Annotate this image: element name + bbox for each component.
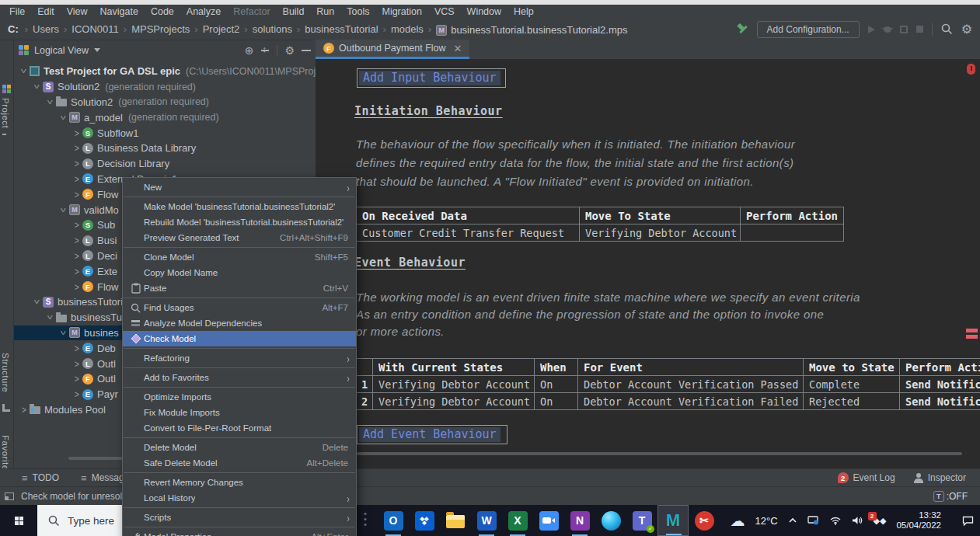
chevron-right-icon[interactable]: > xyxy=(19,404,30,415)
chevron-right-icon[interactable]: > xyxy=(71,158,82,169)
chevron-right-icon[interactable]: > xyxy=(71,127,82,138)
view-selector[interactable]: Logical View xyxy=(34,45,89,56)
taskbar-icon-outlook[interactable]: O xyxy=(378,505,409,536)
menubar-item-file[interactable]: File xyxy=(3,6,31,17)
table-cell[interactable]: 1 xyxy=(357,376,373,393)
menu-item-revert-memory-changes[interactable]: Revert Memory Changes xyxy=(123,475,356,490)
tree-row-decision-library[interactable]: >LDecision Library xyxy=(14,156,316,172)
chevron-down-icon[interactable]: > xyxy=(45,96,56,107)
project-tool-icon[interactable] xyxy=(2,85,11,93)
chevron-down-icon[interactable]: > xyxy=(58,112,69,123)
menubar-item-analyze[interactable]: Analyze xyxy=(180,6,227,17)
table-cell[interactable]: Complete xyxy=(804,376,900,393)
chevron-down-icon[interactable]: > xyxy=(58,327,69,338)
tray-chevron-up-icon[interactable] xyxy=(788,517,797,524)
table-cell[interactable]: Verifying Debtor Account xyxy=(373,393,535,410)
chevron-right-icon[interactable]: > xyxy=(71,220,82,231)
hide-panel-icon[interactable] xyxy=(302,50,311,51)
chevron-right-icon[interactable]: > xyxy=(71,281,82,292)
menu-item-optimize-imports[interactable]: Optimize Imports xyxy=(123,389,356,405)
tab-outbound-payment-flow[interactable]: F Outbound Payment Flow ✕ xyxy=(316,40,469,59)
menu-item-delete-model[interactable]: Delete ModelDelete xyxy=(123,440,356,455)
add-configuration-button[interactable]: Add Configuration... xyxy=(757,21,860,38)
chevron-right-icon[interactable]: > xyxy=(71,266,82,277)
menu-item-safe-delete-model[interactable]: Safe Delete ModelAlt+Delete xyxy=(123,455,356,471)
display-cast-icon[interactable] xyxy=(807,516,819,525)
table-header-cell[interactable]: For Event xyxy=(578,359,804,376)
settings-gear-icon[interactable]: ⚙ xyxy=(961,23,972,36)
chevron-right-icon[interactable]: > xyxy=(71,250,82,261)
table-header-cell[interactable]: Move To State xyxy=(580,207,741,224)
tree-row-solution2[interactable]: >Solution2(generation required) xyxy=(14,95,316,110)
add-event-behaviour-button[interactable]: Add Event Behaviour xyxy=(357,425,507,444)
tree-row-business-data-library[interactable]: >LBusiness Data Library xyxy=(14,141,316,156)
table-cell[interactable]: Send Notific xyxy=(900,376,980,393)
tab-todo[interactable]: ≡ TODO xyxy=(22,472,59,484)
table-cell[interactable]: Verifying Debtor Account xyxy=(580,224,741,242)
menubar-item-migration[interactable]: Migration xyxy=(375,6,427,17)
menubar-item-vcs[interactable]: VCS xyxy=(428,6,461,17)
menu-item-check-model[interactable]: Check Model xyxy=(123,331,356,346)
tree-row-subflow1[interactable]: >SSubflow1 xyxy=(14,125,316,141)
windows-start-button[interactable] xyxy=(0,505,37,536)
menu-item-analyze-model-dependencies[interactable]: Analyze Model Dependencies xyxy=(123,315,356,331)
menubar-item-view[interactable]: View xyxy=(61,6,94,17)
menu-item-scripts[interactable]: Scripts› xyxy=(123,510,356,525)
table-header-cell[interactable]: Perform Acti xyxy=(900,359,980,376)
taskbar-icon-teams[interactable]: T✓ xyxy=(626,505,657,536)
table-cell[interactable]: 2 xyxy=(357,393,373,410)
table-header-cell[interactable]: Move to State xyxy=(804,359,900,376)
panel-settings-gear-icon[interactable]: ⚙ xyxy=(284,45,295,56)
breadcrumb-drive[interactable]: C: xyxy=(8,23,19,35)
make-project-icon[interactable] xyxy=(736,23,748,36)
taskbar-icon-word[interactable]: W xyxy=(471,505,502,536)
table-header-cell[interactable]: Perform Action xyxy=(741,207,844,224)
taskbar-icon-dropbox[interactable]: ◆◆◆ xyxy=(409,505,440,536)
menubar-item-navigate[interactable]: Navigate xyxy=(94,6,145,17)
clock[interactable]: 13:32 05/04/2022 xyxy=(896,510,941,531)
weather-cloud-icon[interactable]: ☁ xyxy=(730,512,745,530)
breadcrumb-item-businesstutorial[interactable]: businessTutorial xyxy=(305,23,378,35)
taskbar-icon-onenote[interactable]: N xyxy=(564,505,595,536)
tree-row-a-model[interactable]: >Ma_model(generation required) xyxy=(14,110,316,125)
run-icon[interactable] xyxy=(868,26,875,33)
chevron-right-icon[interactable]: > xyxy=(71,343,82,353)
chevron-right-icon[interactable]: > xyxy=(71,173,82,184)
menu-item-clone-model[interactable]: Clone ModelShift+F5 xyxy=(123,249,356,265)
menu-item-paste[interactable]: PasteCtrl+V xyxy=(123,280,356,296)
temperature-label[interactable]: 12°C xyxy=(755,515,777,527)
editor-horizontal-scrollbar[interactable] xyxy=(356,452,962,455)
chevron-right-icon[interactable]: > xyxy=(71,388,82,399)
table-cell[interactable]: Rejected xyxy=(804,393,900,410)
tree-row-test-project-for-ga-dsl-epic[interactable]: >Test Project for GA DSL epic(C:\Users\I… xyxy=(14,64,316,79)
menu-item-model-properties[interactable]: Model PropertiesAlt+Enter xyxy=(123,529,356,536)
menubar-item-edit[interactable]: Edit xyxy=(31,6,61,17)
menu-item-refactoring[interactable]: Refactoring› xyxy=(123,350,356,366)
tool-tab-project[interactable]: Project xyxy=(1,98,10,128)
menu-item-preview-generated-text[interactable]: Preview Generated TextCtrl+Alt+Shift+F9 xyxy=(123,230,356,245)
breadcrumb-item-icon0011[interactable]: ICON0011 xyxy=(71,23,118,35)
error-stripe-mark[interactable] xyxy=(966,335,978,339)
chevron-right-icon[interactable]: > xyxy=(71,374,82,385)
volume-icon[interactable] xyxy=(852,516,863,525)
chevron-down-icon[interactable]: > xyxy=(45,312,56,323)
breadcrumb-item-project2[interactable]: Project2 xyxy=(203,23,240,35)
chevron-down-icon[interactable]: > xyxy=(19,66,30,77)
table-cell[interactable]: On xyxy=(535,393,578,410)
menu-item-copy-model-name[interactable]: Copy Model Name xyxy=(123,265,356,280)
chevron-down-icon[interactable]: > xyxy=(58,204,69,215)
table-cell[interactable]: Send Notific xyxy=(900,393,980,410)
taskbar-icon-edge[interactable] xyxy=(595,505,626,536)
chevron-down-icon[interactable]: > xyxy=(32,297,43,308)
tab-inspector[interactable]: Inspector xyxy=(914,472,966,483)
menu-item-rebuild-model-businesstutorial-businesst[interactable]: Rebuild Model 'businessTutorial.business… xyxy=(123,214,356,230)
table-cell[interactable]: Customer Credit Transfer Request xyxy=(357,224,580,242)
table-header-cell[interactable]: When xyxy=(535,359,578,376)
menu-item-local-history[interactable]: Local History› xyxy=(123,490,356,506)
collapse-all-icon[interactable] xyxy=(260,46,270,55)
table-cell[interactable]: On xyxy=(535,376,578,393)
typesystem-badge[interactable]: T xyxy=(933,491,944,502)
menu-item-make-model-businesstutorial-businesstuto[interactable]: Make Model 'businessTutorial.businessTut… xyxy=(123,199,356,214)
structure-tab-icon[interactable] xyxy=(2,404,10,412)
taskbar-icon-snip[interactable]: ✂ xyxy=(689,505,720,536)
